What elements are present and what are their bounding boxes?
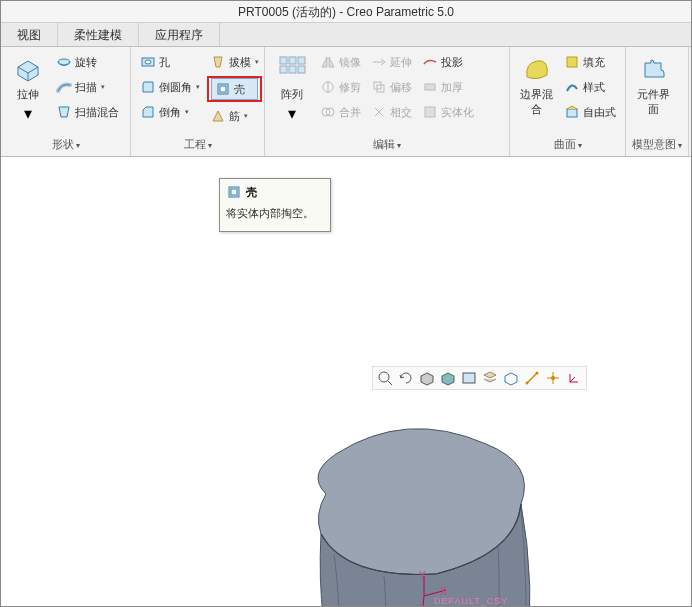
freestyle-button[interactable]: 自由式 <box>561 101 619 123</box>
group-surface-label: 曲面▾ <box>510 135 625 156</box>
display-style-icon[interactable] <box>418 369 436 387</box>
chamfer-button[interactable]: 倒角▾ <box>137 101 203 123</box>
draft-button[interactable]: 拔模▾ <box>207 51 262 73</box>
trim-button[interactable]: 修剪 <box>317 76 364 98</box>
svg-rect-26 <box>231 189 237 195</box>
perspective-icon[interactable] <box>502 369 520 387</box>
group-shape-label: 形状▾ <box>1 135 130 156</box>
svg-rect-5 <box>280 57 287 64</box>
shell-icon <box>215 81 231 97</box>
ribbon-tabs: 视图 柔性建模 应用程序 <box>1 23 691 47</box>
tab-view[interactable]: 视图 <box>1 23 58 46</box>
graphics-toolbar <box>372 366 587 390</box>
svg-point-22 <box>526 382 529 385</box>
puzzle-icon <box>637 53 669 85</box>
solidify-button[interactable]: 实体化 <box>419 101 477 123</box>
sweep-blend-button[interactable]: 扫描混合 <box>53 101 122 123</box>
svg-rect-18 <box>567 57 577 67</box>
hole-button[interactable]: 孔 <box>137 51 203 73</box>
style-icon <box>564 79 580 95</box>
group-edit-label: 编辑▾ <box>265 135 509 156</box>
rib-button[interactable]: 筋▾ <box>207 105 262 127</box>
svg-rect-10 <box>298 66 305 73</box>
sweep-icon <box>56 79 72 95</box>
group-engineering-label: 工程▾ <box>131 135 264 156</box>
shaded-icon[interactable] <box>439 369 457 387</box>
component-interface-button[interactable]: 元件界面 <box>632 51 674 135</box>
svg-point-2 <box>145 60 151 64</box>
ribbon: 拉伸 ▾ 旋转 扫描▾ 扫描混合 形状▾ <box>1 47 691 157</box>
extend-button[interactable]: 延伸 <box>368 51 415 73</box>
shell-highlight-box: 壳 <box>207 76 262 102</box>
pattern-icon <box>276 53 308 85</box>
chevron-down-icon: ▾ <box>24 104 32 123</box>
mirror-button[interactable]: 镜像 <box>317 51 364 73</box>
boundary-blend-icon <box>521 53 553 85</box>
revolve-button[interactable]: 旋转 <box>53 51 122 73</box>
group-surface: 边界混合 填充 样式 自由式 曲面▾ <box>510 47 626 156</box>
svg-point-20 <box>379 372 389 382</box>
fill-icon <box>564 54 580 70</box>
intersect-icon <box>371 104 387 120</box>
pattern-button[interactable]: 阵列 ▾ <box>271 51 313 135</box>
intersect-button[interactable]: 相交 <box>368 101 415 123</box>
round-button[interactable]: 倒圆角▾ <box>137 76 203 98</box>
chamfer-icon <box>140 104 156 120</box>
rib-icon <box>210 108 226 124</box>
boundary-blend-button[interactable]: 边界混合 <box>516 51 557 135</box>
hole-icon <box>140 54 156 70</box>
project-button[interactable]: 投影 <box>419 51 477 73</box>
group-model-intent-label: 模型意图▾ <box>626 135 688 156</box>
extrude-icon <box>12 53 44 85</box>
svg-rect-7 <box>298 57 305 64</box>
window-title: PRT0005 (活动的) - Creo Parametric 5.0 <box>1 1 691 23</box>
merge-button[interactable]: 合并 <box>317 101 364 123</box>
thicken-button[interactable]: 加厚 <box>419 76 477 98</box>
svg-rect-21 <box>463 373 475 383</box>
sweep-blend-icon <box>56 104 72 120</box>
datum-point-icon[interactable] <box>544 369 562 387</box>
extrude-button[interactable]: 拉伸 ▾ <box>7 51 49 135</box>
freestyle-icon <box>564 104 580 120</box>
style-button[interactable]: 样式 <box>561 76 619 98</box>
tooltip-body: 将实体内部掏空。 <box>226 206 324 221</box>
zoom-fit-icon[interactable] <box>376 369 394 387</box>
thicken-icon <box>422 79 438 95</box>
svg-rect-19 <box>567 109 577 117</box>
group-engineering: 孔 倒圆角▾ 倒角▾ 拔模▾ <box>131 47 265 156</box>
tooltip-title: 壳 <box>246 185 257 200</box>
mirror-icon <box>320 54 336 70</box>
revolve-icon <box>56 54 72 70</box>
shell-icon <box>226 184 242 200</box>
trim-icon <box>320 79 336 95</box>
fill-button[interactable]: 填充 <box>561 51 619 73</box>
svg-rect-4 <box>220 86 226 92</box>
datum-csys-icon[interactable] <box>565 369 583 387</box>
shell-tooltip: 壳 将实体内部掏空。 <box>219 178 331 232</box>
svg-rect-17 <box>425 107 435 117</box>
sweep-button[interactable]: 扫描▾ <box>53 76 122 98</box>
draft-icon <box>210 54 226 70</box>
svg-rect-6 <box>289 57 296 64</box>
svg-point-24 <box>551 376 555 380</box>
refit-icon[interactable] <box>397 369 415 387</box>
svg-rect-9 <box>289 66 296 73</box>
datum-axis-icon[interactable] <box>523 369 541 387</box>
group-edit: 阵列 ▾ 镜像 修剪 合并 延伸 偏移 相交 投影 加厚 实体化 编辑▾ <box>265 47 510 156</box>
offset-icon <box>371 79 387 95</box>
saved-views-icon[interactable] <box>460 369 478 387</box>
extend-icon <box>371 54 387 70</box>
group-shape: 拉伸 ▾ 旋转 扫描▾ 扫描混合 形状▾ <box>1 47 131 156</box>
svg-point-23 <box>536 372 539 375</box>
svg-rect-16 <box>425 84 435 90</box>
graphics-area[interactable]: Y X Z DEFAULT_CSY <box>1 159 691 606</box>
tab-flex-modeling[interactable]: 柔性建模 <box>58 23 139 46</box>
layers-icon[interactable] <box>481 369 499 387</box>
shell-button[interactable]: 壳 <box>211 78 258 100</box>
merge-icon <box>320 104 336 120</box>
svg-rect-8 <box>280 66 287 73</box>
round-icon <box>140 79 156 95</box>
offset-button[interactable]: 偏移 <box>368 76 415 98</box>
solidify-icon <box>422 104 438 120</box>
tab-applications[interactable]: 应用程序 <box>139 23 220 46</box>
